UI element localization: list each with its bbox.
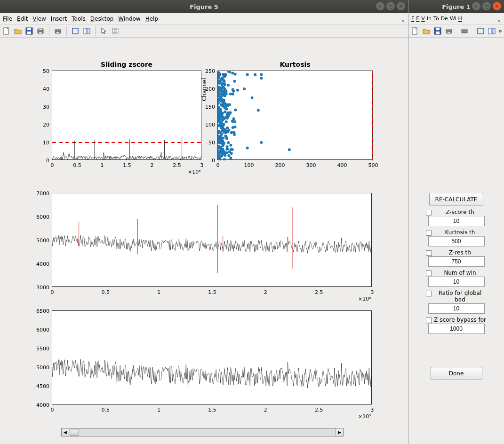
menu-help[interactable]: H — [458, 16, 462, 22]
svg-point-286 — [257, 109, 260, 112]
checkbox[interactable] — [426, 210, 432, 215]
checkbox[interactable] — [426, 250, 432, 256]
maximize-icon[interactable]: ◻ — [386, 2, 395, 10]
svg-point-34 — [236, 89, 239, 92]
menu-file[interactable]: F — [411, 16, 414, 22]
svg-point-227 — [233, 80, 236, 83]
param-input-zres-th[interactable] — [428, 256, 485, 267]
save-icon[interactable] — [433, 26, 442, 36]
open-file-icon[interactable] — [13, 26, 23, 36]
checkbox[interactable] — [426, 270, 432, 276]
svg-point-222 — [229, 111, 232, 114]
figure-canvas: Sliding zscore 00.511.522.53×10⁵01020304… — [0, 38, 408, 444]
svg-rect-3 — [27, 32, 31, 34]
done-button[interactable]: Done — [431, 367, 482, 380]
param-num-win: Num of win — [426, 270, 487, 287]
svg-point-259 — [222, 144, 224, 147]
checkbox[interactable] — [426, 291, 432, 296]
axes-kurtosis: Kurtosis Channel 01002003004005000501001… — [217, 71, 373, 160]
menu-tools[interactable]: To — [433, 16, 439, 22]
slider-left-arrow-icon[interactable]: ◀ — [62, 428, 69, 436]
menu-edit[interactable]: Edit — [17, 16, 28, 22]
close-icon[interactable]: ✕ — [397, 2, 405, 10]
svg-point-251 — [222, 104, 224, 107]
print-preview-icon[interactable] — [53, 26, 63, 36]
titlebar-fig1[interactable]: Figure 1 – ◻ ✕ — [408, 0, 504, 13]
menu-overflow-icon[interactable]: ⌄ — [497, 15, 501, 23]
menu-edit[interactable]: E — [416, 16, 419, 22]
svg-point-284 — [246, 73, 249, 76]
menu-view[interactable]: View — [32, 16, 46, 22]
svg-point-228 — [225, 90, 228, 93]
print-icon[interactable] — [444, 26, 454, 36]
param-label: Z-score th — [433, 209, 487, 215]
toolbar-overflow-icon[interactable]: » — [498, 27, 502, 34]
param-input-kurtosis-th[interactable] — [428, 236, 485, 246]
menu-help[interactable]: Help — [145, 16, 158, 22]
menu-view[interactable]: V — [421, 16, 425, 22]
param-input-zscore-th[interactable] — [428, 216, 485, 226]
print-preview-icon[interactable] — [460, 26, 469, 36]
dock-icon[interactable] — [71, 26, 80, 36]
param-input-num-win[interactable] — [428, 277, 485, 287]
param-input-zscore-bypass[interactable] — [428, 324, 485, 334]
svg-point-186 — [223, 117, 226, 120]
svg-point-267 — [224, 111, 226, 113]
svg-rect-9 — [56, 32, 60, 34]
layout-icon[interactable] — [82, 26, 91, 36]
channel-slider[interactable]: ◀ ▶ — [61, 428, 344, 436]
svg-point-145 — [220, 127, 223, 129]
svg-point-78 — [234, 73, 237, 76]
layout-icon[interactable] — [487, 26, 496, 36]
print-icon[interactable] — [36, 26, 45, 36]
minimize-icon[interactable]: – — [376, 2, 384, 10]
svg-rect-308 — [488, 28, 491, 34]
svg-point-244 — [224, 153, 226, 156]
menu-tools[interactable]: Tools — [72, 16, 86, 22]
menu-window[interactable]: Window — [118, 16, 140, 22]
toolbar-fig5 — [0, 24, 408, 38]
menu-desktop[interactable]: Desktop — [90, 16, 114, 22]
dock-icon[interactable] — [476, 26, 485, 36]
menu-insert[interactable]: Insert — [51, 16, 67, 22]
svg-point-240 — [225, 120, 228, 123]
figure1-window: Figure 1 – ◻ ✕ F E V In To De Wi H ⌄ » R… — [408, 0, 504, 444]
minimize-icon[interactable]: – — [472, 2, 480, 10]
svg-point-279 — [221, 129, 224, 132]
param-input-ratio-global-bad[interactable] — [428, 303, 485, 314]
menu-insert[interactable]: In — [427, 16, 432, 22]
recalculate-button[interactable]: RE-CALCULATE — [429, 193, 484, 206]
svg-point-203 — [223, 128, 226, 131]
new-file-icon[interactable] — [2, 26, 11, 36]
slider-track[interactable] — [69, 428, 336, 436]
svg-point-273 — [218, 109, 221, 111]
pointer-icon[interactable] — [99, 26, 109, 36]
svg-point-271 — [219, 156, 222, 159]
menu-window[interactable]: Wi — [450, 16, 456, 22]
menubar-fig1: F E V In To De Wi H ⌄ — [408, 13, 504, 24]
svg-point-272 — [226, 127, 229, 129]
svg-point-292 — [251, 96, 254, 99]
chart-title: Sliding zscore — [52, 61, 201, 68]
new-file-icon[interactable] — [410, 26, 420, 36]
slider-thumb[interactable] — [70, 429, 79, 436]
checkbox[interactable] — [426, 317, 432, 323]
titlebar-fig5[interactable]: Figure 5 – ◻ ✕ — [0, 0, 408, 13]
save-icon[interactable] — [24, 26, 34, 36]
open-file-icon[interactable] — [422, 26, 431, 36]
checkbox[interactable] — [426, 230, 432, 236]
close-icon[interactable]: ✕ — [493, 2, 501, 10]
svg-point-287 — [260, 141, 263, 144]
menu-file[interactable]: File — [3, 16, 12, 22]
menu-desktop[interactable]: De — [441, 16, 448, 22]
svg-point-236 — [221, 82, 224, 85]
svg-point-243 — [222, 73, 224, 76]
maximize-icon[interactable]: ◻ — [482, 2, 491, 10]
svg-point-212 — [218, 135, 220, 137]
menu-overflow-icon[interactable]: ⌄ — [401, 15, 405, 23]
legend-icon[interactable] — [111, 26, 120, 36]
slider-right-arrow-icon[interactable]: ▶ — [336, 428, 343, 436]
svg-rect-11 — [83, 28, 86, 34]
svg-point-283 — [243, 87, 246, 90]
axes-trace-flagged: 00.511.522.53×10⁵30004000500060007000 — [52, 193, 372, 287]
